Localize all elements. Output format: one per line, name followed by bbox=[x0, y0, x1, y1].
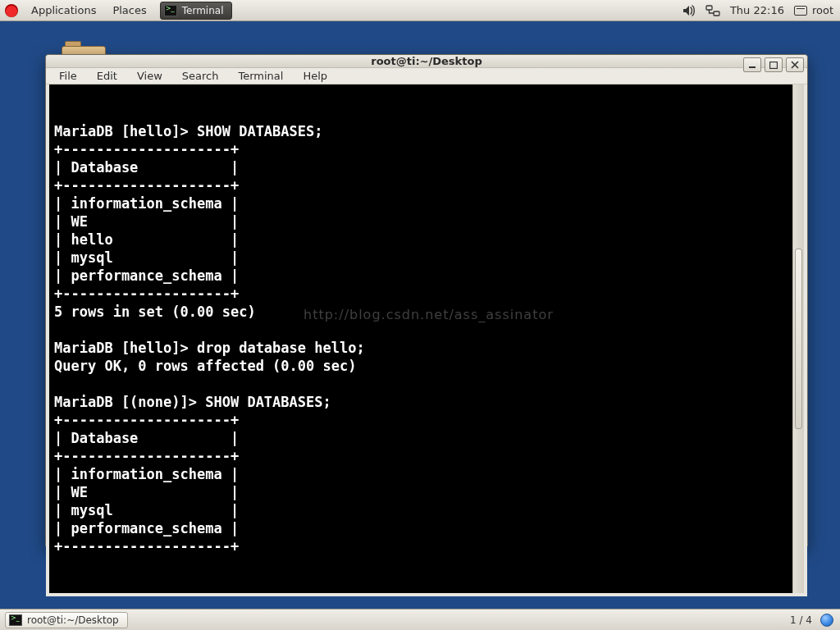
window-title: root@ti:~/Desktop bbox=[46, 55, 807, 67]
distro-logo-icon bbox=[5, 4, 18, 17]
window-buttons bbox=[743, 57, 804, 72]
places-menu[interactable]: Places bbox=[104, 0, 154, 21]
scrollbar-thumb[interactable] bbox=[795, 249, 802, 429]
top-panel: Applications Places Terminal Thu 22:16 r… bbox=[0, 0, 840, 21]
svg-rect-0 bbox=[706, 6, 712, 10]
taskbar-entry-terminal[interactable]: Terminal bbox=[160, 2, 233, 20]
terminal-icon bbox=[9, 614, 22, 626]
menu-edit[interactable]: Edit bbox=[89, 68, 126, 84]
terminal-client-area: MariaDB [hello]> SHOW DATABASES; +------… bbox=[46, 84, 807, 596]
menu-file[interactable]: File bbox=[51, 68, 85, 84]
bottom-task-label: root@ti:~/Desktop bbox=[27, 614, 119, 626]
network-icon[interactable] bbox=[705, 5, 720, 16]
menu-view[interactable]: View bbox=[129, 68, 171, 84]
svg-rect-2 bbox=[749, 66, 756, 68]
workspace-area: 1 / 4 bbox=[790, 614, 840, 627]
user-label: root bbox=[812, 4, 833, 16]
close-button[interactable] bbox=[786, 57, 804, 72]
minimize-icon bbox=[748, 62, 756, 68]
user-menu[interactable]: root bbox=[794, 4, 833, 16]
window-titlebar[interactable]: root@ti:~/Desktop bbox=[46, 55, 807, 68]
bottom-panel: root@ti:~/Desktop 1 / 4 bbox=[0, 609, 840, 630]
volume-icon[interactable] bbox=[682, 5, 696, 16]
menu-search[interactable]: Search bbox=[174, 68, 227, 84]
minimize-button[interactable] bbox=[743, 57, 761, 72]
menu-help[interactable]: Help bbox=[294, 68, 336, 84]
window-menubar: File Edit View Search Terminal Help bbox=[46, 68, 807, 84]
keyboard-icon bbox=[794, 6, 807, 16]
top-panel-right: Thu 22:16 root bbox=[682, 4, 840, 16]
close-icon bbox=[791, 61, 799, 69]
top-panel-left: Applications Places Terminal bbox=[0, 0, 232, 21]
terminal-icon bbox=[164, 5, 177, 16]
terminal-output[interactable]: MariaDB [hello]> SHOW DATABASES; +------… bbox=[49, 84, 792, 593]
clock[interactable]: Thu 22:16 bbox=[730, 4, 784, 16]
terminal-text: MariaDB [hello]> SHOW DATABASES; +------… bbox=[54, 122, 788, 555]
svg-rect-3 bbox=[770, 62, 778, 68]
workspace-indicator[interactable]: 1 / 4 bbox=[790, 614, 812, 626]
maximize-icon bbox=[769, 62, 778, 69]
maximize-button[interactable] bbox=[765, 57, 783, 72]
taskbar-entry-label: Terminal bbox=[182, 5, 224, 16]
svg-rect-1 bbox=[714, 11, 719, 16]
terminal-window: root@ti:~/Desktop File Edit View Search … bbox=[45, 54, 808, 548]
menu-terminal[interactable]: Terminal bbox=[230, 68, 291, 84]
bottom-task-entry[interactable]: root@ti:~/Desktop bbox=[5, 612, 128, 628]
terminal-scrollbar[interactable] bbox=[792, 84, 804, 593]
show-desktop-icon[interactable] bbox=[820, 614, 833, 627]
applications-menu[interactable]: Applications bbox=[23, 0, 104, 21]
